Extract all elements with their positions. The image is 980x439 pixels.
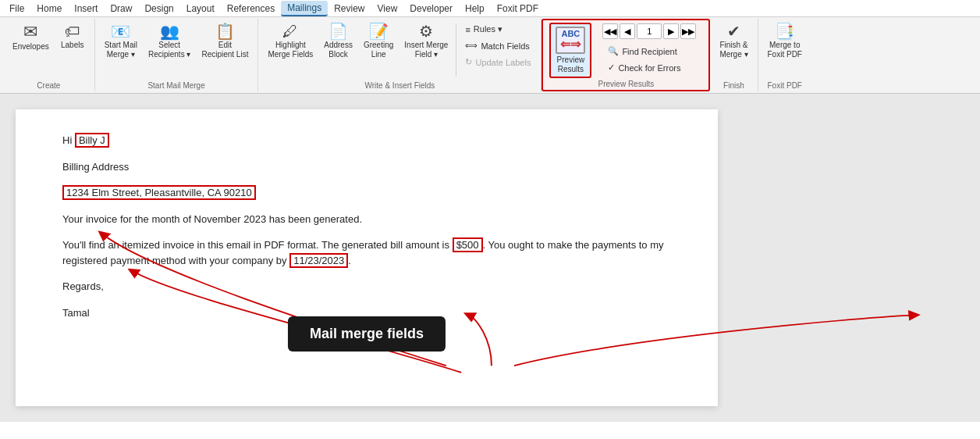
address-block-button[interactable]: 📄 AddressBlock	[319, 20, 357, 69]
ribbon-group-foxit: 📑 Merge toFoxit PDF Foxit PDF	[758, 19, 811, 91]
name-merge-field: Billy J	[75, 133, 109, 148]
menu-home[interactable]: Home	[30, 2, 68, 16]
update-labels-button: ↻ Update Labels	[460, 55, 536, 70]
preview-results-button[interactable]: ABC ⇐⇒ PreviewResults	[549, 23, 591, 78]
record-navigation: ◀◀ ◀ ▶ ▶▶ 🔍 Find Recipient ✓ Check for E…	[599, 22, 699, 78]
menu-foxit-pdf[interactable]: Foxit PDF	[491, 2, 545, 16]
nav-row: ◀◀ ◀ ▶ ▶▶	[602, 23, 696, 39]
merge-to-foxit-label: Merge toFoxit PDF	[768, 41, 802, 59]
match-fields-icon: ⟺	[465, 41, 478, 51]
finish-group-label: Finish	[715, 81, 752, 90]
write-insert-divider	[456, 23, 456, 77]
nav-first-button[interactable]: ◀◀	[602, 23, 618, 39]
preview-results-group-label: Preview Results	[549, 80, 702, 88]
address-line: 1234 Elm Street, Pleasantville, CA 90210	[62, 185, 671, 201]
start-mail-merge-buttons: 📧 Start MailMerge ▾ 👥 SelectRecipients ▾…	[100, 20, 254, 80]
record-number-input[interactable]	[637, 23, 662, 39]
create-buttons: ✉ Envelopes 🏷 Labels	[8, 20, 90, 80]
check-errors-icon: ✓	[608, 62, 615, 73]
foxit-buttons: 📑 Merge toFoxit PDF	[763, 20, 807, 80]
menu-review[interactable]: Review	[328, 2, 371, 16]
edit-recipient-list-button[interactable]: 📋 EditRecipient List	[197, 20, 253, 69]
edit-recipient-list-icon: 📋	[215, 23, 235, 39]
nav-next-button[interactable]: ▶	[663, 23, 679, 39]
tooltip-text: Mail merge fields	[310, 326, 424, 341]
preview-results-content: ABC ⇐⇒ PreviewResults ◀◀ ◀ ▶ ▶▶ 🔍 Fin	[549, 22, 702, 78]
labels-icon: 🏷	[65, 23, 80, 39]
start-mail-merge-button[interactable]: 📧 Start MailMerge ▾	[100, 20, 142, 69]
update-labels-icon: ↻	[465, 57, 472, 67]
start-mail-merge-group-label: Start Mail Merge	[100, 81, 254, 90]
body-line: You'll find an itemized invoice in this …	[62, 237, 671, 268]
merge-to-foxit-icon: 📑	[775, 23, 794, 39]
menu-mailings[interactable]: Mailings	[281, 1, 328, 16]
menu-insert[interactable]: Insert	[68, 2, 104, 16]
labels-button[interactable]: 🏷 Labels	[55, 20, 90, 69]
billing-label-text: Billing Address	[62, 161, 129, 173]
ribbon-group-finish: ✔ Finish &Merge ▾ Finish	[710, 19, 758, 91]
highlight-merge-fields-icon: 🖊	[282, 23, 298, 39]
document-area: Hi Billy J Billing Address 1234 Elm Stre…	[0, 94, 980, 422]
greeting-line-button[interactable]: 📝 GreetingLine	[359, 20, 398, 69]
match-fields-label: Match Fields	[481, 41, 529, 51]
write-insert-buttons: 🖊 HighlightMerge Fields 📄 AddressBlock 📝…	[263, 20, 536, 80]
envelopes-button[interactable]: ✉ Envelopes	[8, 20, 54, 69]
insert-merge-field-label: Insert MergeField ▾	[404, 41, 448, 59]
start-mail-merge-label: Start MailMerge ▾	[105, 41, 137, 59]
nav-last-button[interactable]: ▶▶	[680, 23, 696, 39]
create-group-label: Create	[8, 81, 90, 90]
insert-merge-field-icon: ⚙	[419, 23, 433, 39]
highlight-merge-fields-label: HighlightMerge Fields	[268, 41, 313, 59]
finish-merge-button[interactable]: ✔ Finish &Merge ▾	[715, 20, 752, 69]
finish-buttons: ✔ Finish &Merge ▾	[715, 20, 752, 80]
billing-label-line: Billing Address	[62, 159, 671, 175]
menu-file[interactable]: File	[3, 2, 30, 16]
address-merge-field: 1234 Elm Street, Pleasantville, CA 90210	[62, 185, 256, 200]
insert-merge-field-button[interactable]: ⚙ Insert MergeField ▾	[399, 20, 453, 69]
regards-text: Regards,	[62, 280, 104, 292]
ribbon: ✉ Envelopes 🏷 Labels Create 📧 Start Mail…	[0, 17, 980, 94]
mail-merge-tooltip: Mail merge fields	[288, 316, 446, 352]
nav-prev-button[interactable]: ◀	[620, 23, 635, 39]
ribbon-group-write-insert: 🖊 HighlightMerge Fields 📄 AddressBlock 📝…	[258, 19, 541, 91]
document-wrapper: Hi Billy J Billing Address 1234 Elm Stre…	[16, 109, 964, 406]
menu-layout[interactable]: Layout	[180, 2, 221, 16]
write-insert-small-buttons: ≡ Rules ▾ ⟺ Match Fields ↻ Update Labels	[460, 22, 536, 70]
invoice-line: Your invoice for the month of November 2…	[62, 212, 671, 227]
body-line-end: .	[348, 255, 351, 266]
menu-draw[interactable]: Draw	[104, 2, 138, 16]
preview-small-buttons: 🔍 Find Recipient ✓ Check for Errors	[602, 44, 696, 75]
envelopes-label: Envelopes	[12, 42, 49, 52]
find-recipient-label: Find Recipient	[622, 47, 676, 56]
finish-merge-label: Finish &Merge ▾	[719, 41, 747, 59]
check-errors-button[interactable]: ✓ Check for Errors	[602, 60, 696, 75]
select-recipients-icon: 👥	[160, 23, 179, 39]
menu-view[interactable]: View	[371, 2, 404, 16]
body-line-start: You'll find an itemized invoice in this …	[62, 239, 453, 251]
date-merge-field: 11/23/2023	[289, 253, 348, 268]
menu-help[interactable]: Help	[459, 2, 491, 16]
update-labels-label: Update Labels	[475, 58, 531, 67]
greeting-line: Hi Billy J	[62, 133, 671, 148]
menu-references[interactable]: References	[221, 2, 281, 16]
rules-icon: ≡	[465, 25, 470, 34]
check-errors-label: Check for Errors	[618, 63, 680, 73]
merge-to-foxit-button[interactable]: 📑 Merge toFoxit PDF	[763, 20, 807, 69]
highlight-merge-fields-button[interactable]: 🖊 HighlightMerge Fields	[263, 20, 318, 69]
address-block-icon: 📄	[328, 23, 348, 39]
rules-button[interactable]: ≡ Rules ▾	[460, 22, 536, 37]
edit-recipient-list-label: EditRecipient List	[201, 41, 248, 59]
find-recipient-button[interactable]: 🔍 Find Recipient	[602, 44, 696, 59]
select-recipients-button[interactable]: 👥 SelectRecipients ▾	[144, 20, 195, 69]
regards-line: Regards,	[62, 279, 671, 294]
menu-developer[interactable]: Developer	[403, 2, 459, 16]
find-recipient-icon: 🔍	[608, 46, 619, 56]
envelope-icon: ✉	[23, 23, 37, 41]
match-fields-button[interactable]: ⟺ Match Fields	[460, 38, 536, 53]
amount-merge-field: $500	[453, 237, 483, 252]
foxit-group-label: Foxit PDF	[763, 81, 807, 90]
menu-design[interactable]: Design	[138, 2, 179, 16]
signature-text: Tamal	[62, 307, 90, 319]
rules-label: Rules ▾	[474, 24, 502, 34]
preview-results-icon: ABC ⇐⇒	[556, 27, 585, 54]
